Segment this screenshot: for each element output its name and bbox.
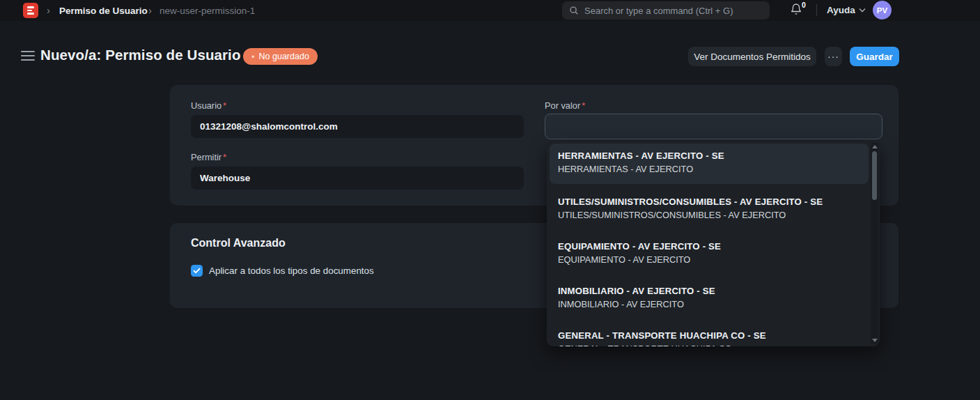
page-title: Nuevo/a: Permiso de Usuario (40, 47, 241, 63)
option-title: INMOBILIARIO - AV EJERCITO - SE (558, 286, 860, 296)
scroll-down-icon[interactable] (872, 339, 878, 342)
dropdown-scrollbar[interactable] (871, 143, 878, 344)
option-title: GENERAL - TRANSPORTE HUACHIPA CO - SE (558, 330, 860, 341)
logo-bar (27, 10, 32, 12)
breadcrumb-docname[interactable]: new-user-permission-1 (160, 6, 255, 16)
chevron-down-icon (859, 8, 866, 13)
view-permitted-documents-button[interactable]: Ver Documentos Permitidos (688, 47, 816, 66)
dropdown-option[interactable]: HERRAMIENTAS - AV EJERCITO - SE HERRAMIE… (550, 144, 869, 184)
required-mark: * (582, 100, 585, 111)
breadcrumb-doctype-link[interactable]: Permiso de Usuario (59, 6, 148, 16)
notification-count-badge: 0 (802, 1, 806, 9)
dropdown-option[interactable]: INMOBILIARIO - AV EJERCITO - SE INMOBILI… (550, 277, 869, 322)
dropdown-option[interactable]: UTILES/SUMINISTROS/CONSUMIBLES - AV EJER… (550, 188, 869, 233)
por-valor-label: Por valor* (545, 100, 585, 111)
apply-all-doctypes-checkbox[interactable] (191, 265, 203, 277)
top-navbar: › Permiso de Usuario › new-user-permissi… (0, 0, 980, 21)
section-title: Control Avanzado (191, 237, 286, 249)
required-mark: * (223, 152, 226, 162)
option-subtitle: INMOBILIARIO - AV EJERCITO (558, 299, 860, 309)
status-badge-label: No guardado (259, 52, 309, 61)
permitir-label: Permitir* (191, 152, 226, 162)
por-valor-field[interactable] (545, 114, 882, 139)
option-title: UTILES/SUMINISTROS/CONSUMIBLES - AV EJER… (558, 197, 860, 207)
avatar[interactable]: PV (873, 1, 892, 20)
status-dot-icon: • (251, 52, 255, 62)
check-icon (193, 268, 201, 274)
breadcrumb-chevron-icon: › (148, 3, 152, 17)
permitir-field[interactable] (191, 167, 524, 190)
option-subtitle: EQUIPAMIENTO - AV EJERCITO (558, 254, 860, 265)
help-label: Ayuda (827, 5, 855, 15)
app-logo[interactable] (23, 3, 38, 18)
global-search[interactable] (562, 1, 770, 20)
por-valor-dropdown: HERRAMIENTAS - AV EJERCITO - SE HERRAMIE… (547, 141, 880, 346)
usuario-label: Usuario* (191, 100, 226, 111)
usuario-field[interactable] (191, 115, 524, 138)
apply-all-doctypes-label: Aplicar a todos los tipos de documentos (209, 266, 374, 276)
bell-icon (790, 3, 802, 16)
dropdown-option-list: HERRAMIENTAS - AV EJERCITO - SE HERRAMIE… (550, 144, 869, 346)
option-subtitle: GENERAL - TRANSPORTE HUACHIPA CO (558, 344, 860, 346)
help-dropdown[interactable]: Ayuda (827, 5, 866, 15)
scrollbar-thumb[interactable] (872, 151, 877, 200)
status-badge: • No guardado (243, 48, 318, 65)
search-icon (569, 6, 579, 15)
logo-bar (27, 13, 34, 15)
menu-ellipsis-button[interactable]: ··· (825, 47, 842, 66)
logo-bar (27, 6, 34, 8)
apply-all-doctypes-row[interactable]: Aplicar a todos los tipos de documentos (191, 265, 374, 277)
option-subtitle: UTILES/SUMINISTROS/CONSUMIBLES - AV EJER… (558, 210, 860, 220)
breadcrumb-chevron-icon: › (47, 3, 50, 17)
save-button[interactable]: Guardar (850, 47, 899, 66)
scroll-up-icon[interactable] (872, 145, 878, 148)
option-title: HERRAMIENTAS - AV EJERCITO - SE (558, 151, 860, 161)
notifications-button[interactable]: 0 (790, 3, 808, 18)
dropdown-option[interactable]: GENERAL - TRANSPORTE HUACHIPA CO - SE GE… (550, 322, 869, 346)
required-mark: * (223, 100, 226, 111)
navbar-divider (816, 4, 817, 16)
option-subtitle: HERRAMIENTAS - AV EJERCITO (558, 164, 860, 174)
option-title: EQUIPAMIENTO - AV EJERCITO - SE (558, 241, 860, 252)
dropdown-option[interactable]: EQUIPAMIENTO - AV EJERCITO - SE EQUIPAMI… (550, 233, 869, 277)
sidebar-toggle-button[interactable] (21, 51, 35, 61)
search-input[interactable] (584, 6, 763, 16)
